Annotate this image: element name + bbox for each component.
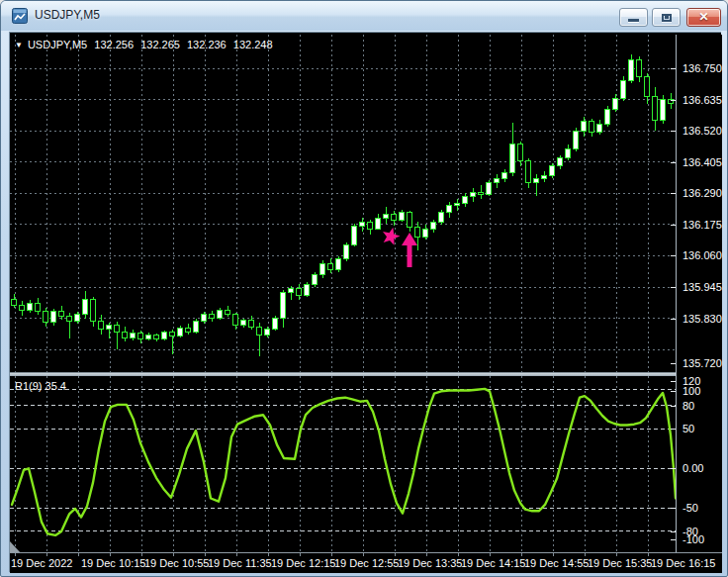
ohlc-high: 132.265 (140, 39, 180, 50)
ohlc-close: 132.248 (233, 39, 273, 50)
axis-time-label: 19 Dec 10:55 (144, 557, 209, 569)
time-axis-tick (236, 553, 237, 556)
candle (400, 210, 405, 222)
time-axis-tick (110, 553, 111, 556)
candle (59, 306, 64, 320)
axis-time-label: 19 Dec 10:15 (81, 557, 145, 569)
time-axis-tick (521, 553, 522, 556)
ohlc-low: 132.236 (187, 39, 227, 50)
candle (146, 333, 151, 340)
price-chart-canvas[interactable] (10, 35, 676, 372)
candle (392, 211, 397, 226)
axis-time-label: 19 Dec 15:35 (588, 557, 652, 569)
candle (613, 94, 618, 112)
candle (518, 142, 523, 166)
candle (51, 309, 56, 325)
price-axis[interactable]: 136.750136.635136.520136.405136.290136.1… (676, 35, 722, 552)
candle (328, 258, 333, 273)
candle (408, 211, 412, 232)
candle (661, 95, 666, 124)
chart-app-icon (12, 8, 28, 24)
candle (495, 174, 500, 188)
candle (305, 282, 310, 297)
time-axis-tick (205, 553, 206, 556)
axis-time-label: 19 Dec 16:15 (651, 557, 715, 569)
chart-symbol-label: USDJPY,M5 (28, 39, 87, 50)
axis-price-label: 135.720 (682, 357, 722, 369)
axis-price-label: 0.00 (682, 462, 703, 474)
candle (289, 286, 294, 300)
candle (550, 163, 555, 178)
candle (637, 56, 642, 82)
time-axis-tick (585, 553, 586, 556)
candle (265, 327, 270, 337)
candle (558, 155, 563, 169)
candle (178, 326, 183, 337)
candle (44, 308, 48, 327)
candle (439, 210, 444, 225)
star-icon (383, 228, 401, 245)
candle (75, 312, 80, 324)
chart-ohlc-header[interactable]: ▼USDJPY,M5 132.256 132.265 132.236 132.2… (15, 39, 277, 50)
candle (368, 220, 373, 235)
axis-time-label: 19 Dec 12:15 (271, 557, 335, 569)
window-titlebar[interactable]: USDJPY,M5 ✕ (1, 1, 728, 31)
candle (162, 331, 167, 340)
time-axis[interactable]: 19 Dec 202219 Dec 10:1519 Dec 10:5519 De… (10, 553, 722, 573)
candle (566, 144, 571, 160)
candle (131, 330, 136, 340)
time-axis-tick (616, 553, 617, 556)
minimize-button[interactable] (619, 8, 648, 27)
time-axis-tick (300, 553, 301, 556)
indicator-name-label: R1(9) 35.4 (15, 380, 66, 392)
time-axis-tick (426, 553, 427, 556)
axis-price-label: 100 (682, 385, 700, 397)
candle (621, 76, 626, 101)
axis-time-label: 19 Dec 14:55 (524, 557, 589, 569)
time-axis-tick (141, 553, 142, 556)
candle (479, 185, 484, 199)
candle (582, 117, 587, 136)
candle (384, 207, 389, 223)
time-axis-tick (78, 553, 79, 556)
axis-price-label: 136.750 (682, 62, 722, 74)
candle (233, 313, 238, 329)
candle (605, 106, 610, 127)
candle (352, 224, 357, 246)
close-button[interactable]: ✕ (686, 8, 721, 27)
time-axis-tick (395, 553, 396, 556)
restore-icon (662, 14, 672, 22)
candle (574, 128, 579, 150)
axis-price-label: 136.060 (682, 249, 722, 261)
candle (447, 202, 452, 218)
candle (257, 323, 262, 356)
axis-time-label: 19 Dec 13:35 (398, 557, 462, 569)
axis-time-label: 19 Dec 12:55 (334, 557, 399, 569)
candle (83, 291, 88, 318)
axis-price-label: 80 (682, 400, 694, 412)
candle (218, 308, 223, 320)
candle (186, 324, 191, 335)
candle (415, 222, 420, 250)
candle (67, 313, 72, 338)
candle (28, 300, 33, 314)
candle (542, 171, 547, 182)
axis-price-label: 136.175 (682, 219, 722, 231)
candle (534, 174, 539, 196)
time-axis-tick (46, 553, 47, 556)
indicator-chart-canvas[interactable] (10, 376, 676, 552)
time-axis-tick (331, 553, 332, 556)
restore-button[interactable] (652, 8, 681, 27)
axis-price-label: 135.830 (682, 313, 722, 325)
time-axis-tick (363, 553, 364, 556)
candle (471, 188, 476, 202)
candle (336, 256, 341, 272)
candle (99, 315, 104, 336)
candle (629, 54, 634, 83)
candle (241, 319, 246, 329)
mt4-chart-window: USDJPY,M5 ✕ ▼USDJPY,M5 132.256 132.265 1… (0, 0, 728, 577)
time-axis-tick (458, 553, 459, 556)
window-title: USDJPY,M5 (35, 8, 100, 22)
candle (194, 319, 199, 334)
chart-client-area: ▼USDJPY,M5 132.256 132.265 132.236 132.2… (9, 32, 721, 572)
